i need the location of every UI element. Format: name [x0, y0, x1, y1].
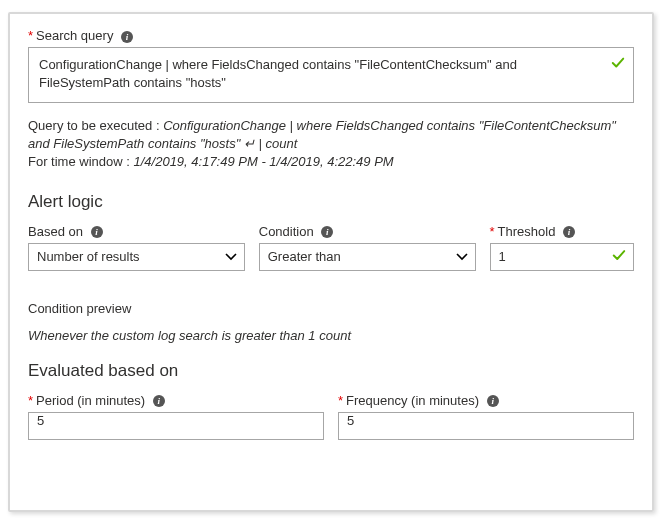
threshold-input-wrap: 1 — [490, 243, 635, 271]
query-execution-preview: Query to be executed : ConfigurationChan… — [28, 117, 634, 172]
check-icon — [611, 56, 625, 75]
condition-select[interactable]: Greater than — [259, 243, 476, 271]
condition-preview-title: Condition preview — [28, 301, 634, 316]
based-on-select[interactable]: Number of results — [28, 243, 245, 271]
threshold-label: *Threshold i — [490, 224, 635, 239]
info-icon[interactable]: i — [91, 226, 103, 238]
period-label: *Period (in minutes) i — [28, 393, 324, 408]
exec-prefix: Query to be executed : — [28, 118, 163, 133]
required-marker: * — [490, 224, 495, 239]
alert-logic-title: Alert logic — [28, 192, 634, 212]
required-marker: * — [338, 393, 343, 408]
info-icon[interactable]: i — [487, 395, 499, 407]
search-query-label: *Search query i — [28, 28, 634, 43]
check-icon — [612, 248, 626, 265]
based-on-label-text: Based on — [28, 224, 83, 239]
period-input[interactable]: 5 — [28, 412, 324, 440]
based-on-value: Number of results — [28, 243, 245, 271]
search-query-value: ConfigurationChange | where FieldsChange… — [39, 57, 517, 90]
condition-value: Greater than — [259, 243, 476, 271]
frequency-label: *Frequency (in minutes) i — [338, 393, 634, 408]
condition-label-text: Condition — [259, 224, 314, 239]
frequency-label-text: Frequency (in minutes) — [346, 393, 479, 408]
search-query-input[interactable]: ConfigurationChange | where FieldsChange… — [28, 47, 634, 103]
evaluated-title: Evaluated based on — [28, 361, 634, 381]
time-window-value: 1/4/2019, 4:17:49 PM - 1/4/2019, 4:22:49… — [133, 154, 393, 169]
based-on-label: Based on i — [28, 224, 245, 239]
frequency-input[interactable]: 5 — [338, 412, 634, 440]
info-icon[interactable]: i — [121, 31, 133, 43]
exec-count: | count — [259, 136, 298, 151]
info-icon[interactable]: i — [321, 226, 333, 238]
search-query-label-text: Search query — [36, 28, 113, 43]
alert-config-panel: *Search query i ConfigurationChange | wh… — [8, 12, 654, 512]
condition-label: Condition i — [259, 224, 476, 239]
required-marker: * — [28, 393, 33, 408]
period-label-text: Period (in minutes) — [36, 393, 145, 408]
required-marker: * — [28, 28, 33, 43]
threshold-label-text: Threshold — [498, 224, 556, 239]
info-icon[interactable]: i — [153, 395, 165, 407]
info-icon[interactable]: i — [563, 226, 575, 238]
time-window-prefix: For time window : — [28, 154, 133, 169]
condition-preview-text: Whenever the custom log search is greate… — [28, 328, 634, 343]
return-icon: ↵ — [244, 136, 259, 151]
